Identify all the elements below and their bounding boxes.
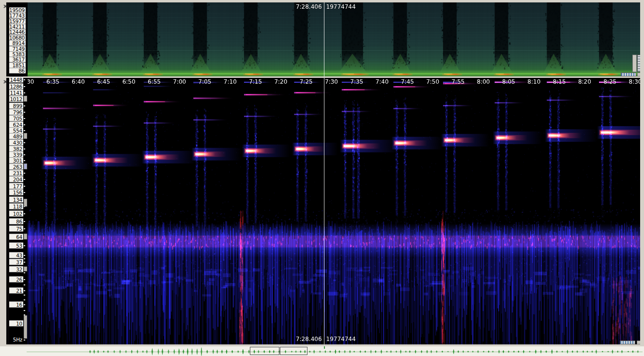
scale-marker-handle[interactable]: [24, 163, 27, 169]
freq-label: 705: [9, 115, 23, 121]
freq-label: 102: [9, 210, 23, 217]
time-axis-label: 7:50: [422, 78, 444, 85]
time-axis-label: 7:40: [371, 78, 393, 85]
freq-label: 7149: [9, 46, 26, 52]
scale-tick: [24, 192, 25, 193]
cursor-sample-top: 19774744: [326, 3, 356, 10]
freq-label: 1012: [9, 96, 23, 102]
freq-label: 64: [9, 234, 23, 240]
freq-label: 21: [9, 287, 23, 294]
time-axis-label: 6:45: [93, 78, 114, 85]
time-axis-label: 7:25: [295, 78, 317, 85]
vertical-zoom-wheel-top[interactable]: [637, 55, 640, 72]
frequency-axis-bottom: 1448128611411012899796705624554489430382…: [9, 78, 23, 344]
zoom-reset-button-top[interactable]: [637, 73, 640, 76]
scale-tick: [24, 262, 25, 263]
freq-label: 10: [9, 320, 23, 326]
time-axis-label: 6:55: [143, 78, 165, 85]
time-axis-label: 7:15: [245, 78, 266, 85]
waveform-overview-canvas[interactable]: [0, 346, 644, 356]
freq-label: 12446: [9, 29, 26, 35]
spectrogram-canvas-bottom[interactable]: [28, 78, 640, 344]
freq-label: 14211: [9, 24, 26, 30]
freq-label: 134: [9, 196, 23, 203]
spectrogram-canvas-top[interactable]: [28, 2, 640, 76]
scale-tick: [24, 179, 25, 180]
freq-label: 231: [9, 170, 23, 176]
time-axis-label: 6:50: [118, 78, 139, 85]
time-axis-label: 7:45: [397, 78, 418, 85]
cursor-sample-bottom: 19774744: [326, 336, 356, 342]
freq-label: 899: [9, 103, 23, 109]
freq-label: 10680: [9, 35, 26, 41]
scale-tick: [24, 284, 25, 285]
scale-tick: [24, 186, 25, 187]
scale-tick: [24, 79, 25, 80]
freq-label: 489: [9, 133, 23, 139]
close-pane-top-button[interactable]: ×: [2, 3, 8, 9]
time-axis-label: 7:10: [219, 78, 241, 85]
time-axis-label: 7:20: [270, 78, 291, 85]
overview-selection-box[interactable]: [250, 347, 279, 355]
freq-label: 37: [9, 259, 23, 265]
freq-label: 156: [9, 189, 23, 195]
freq-label: 17743: [9, 13, 26, 18]
freq-label: 86: [9, 68, 26, 74]
zoom-reset-button-bottom[interactable]: [637, 341, 640, 344]
freq-label: 19509: [9, 7, 26, 13]
scale-marker-handle[interactable]: [24, 234, 27, 239]
scale-marker-handle[interactable]: [24, 315, 27, 339]
time-axis-label: 6:30: [28, 78, 38, 85]
freq-label: 430: [9, 139, 23, 146]
time-axis-label: 8:30: [625, 78, 640, 85]
vertical-zoom-indicator-top[interactable]: [632, 55, 637, 72]
freq-label: 16: [9, 301, 23, 308]
scale-marker-handle[interactable]: [24, 96, 27, 102]
time-axis-label: 8:15: [549, 78, 570, 85]
freq-label: 15977: [9, 18, 26, 24]
scale-tick: [24, 130, 25, 131]
scale-tick: [24, 118, 25, 119]
time-axis-label: 6:40: [68, 78, 89, 85]
app-window: × 19509177431597714211124461068089147149…: [0, 0, 644, 356]
freq-label: 263: [9, 163, 23, 170]
scale-marker-handle[interactable]: [24, 199, 27, 207]
scale-tick: [24, 310, 25, 311]
waveform-overview-strip: [0, 346, 644, 356]
freq-label: 26: [9, 276, 23, 282]
cursor-time-top: 7:28.406: [296, 3, 322, 10]
time-axis-label: 8:05: [498, 78, 520, 85]
freq-label: 5383: [9, 51, 26, 57]
freq-label: 3617: [9, 57, 26, 62]
horizontal-zoom-wheel-bottom[interactable]: [620, 341, 635, 344]
pane-spectrogram-bottom: × 14481286114110128997967056245544894303…: [0, 78, 644, 344]
spectrogram-view-top: 7:28.406 19774744: [28, 2, 640, 76]
scale-tick: [24, 299, 25, 300]
freq-label: 1448: [9, 76, 23, 83]
freq-label: 75: [9, 225, 23, 232]
horizontal-zoom-wheel-top[interactable]: [621, 73, 636, 76]
scale-tick: [24, 272, 25, 273]
overview-selection-box[interactable]: [280, 347, 307, 355]
freq-label: 1141: [9, 89, 23, 96]
scale-marker-handle[interactable]: [24, 267, 27, 271]
freq-label: 118: [9, 203, 23, 209]
scale-tick: [24, 255, 25, 256]
scale-tick: [24, 295, 25, 296]
time-axis-label: 7:55: [447, 78, 469, 85]
time-axis-label: 8:00: [473, 78, 494, 85]
frequency-axis-top: 1950917743159771421112446106808914714953…: [9, 2, 26, 76]
time-axis-label: 7:05: [194, 78, 215, 85]
scale-tick: [24, 105, 25, 106]
time-axis-label: 7:35: [346, 78, 368, 85]
scale-tick: [24, 148, 25, 149]
time-axis-label: 8:20: [574, 78, 595, 85]
freq-label: 796: [9, 109, 23, 115]
playback-cursor-bottom: [324, 78, 324, 344]
scale-tick: [24, 213, 25, 214]
close-pane-bottom-button[interactable]: ×: [2, 79, 8, 85]
scale-tick: [24, 92, 25, 93]
scale-tick: [24, 304, 25, 305]
time-axis-label: 8:10: [523, 78, 545, 85]
scale-marker-handle[interactable]: [24, 133, 27, 139]
